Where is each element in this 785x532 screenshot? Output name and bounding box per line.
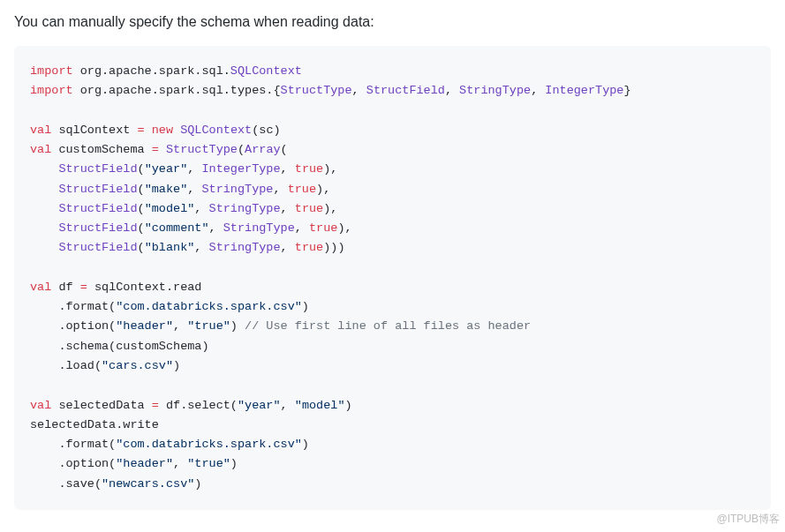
code-text: , — [187, 162, 201, 176]
code-text: ( — [238, 143, 245, 156]
code-text: , — [531, 84, 545, 97]
type-name: Array — [245, 143, 281, 156]
indent — [30, 183, 58, 196]
indent — [30, 438, 58, 451]
type-name: StringType — [209, 241, 281, 254]
code-text: ( — [138, 162, 145, 176]
code-text: ))) — [323, 241, 344, 254]
code-text: .format( — [58, 300, 116, 313]
comment: // Use first line of all files as header — [245, 319, 531, 333]
code-text: ( — [138, 241, 145, 254]
line-19: .save("newcars.csv") — [30, 477, 201, 491]
type-name: StructField — [58, 221, 137, 235]
string-literal: "com.databricks.spark.csv" — [116, 300, 302, 313]
string-literal: "year" — [238, 399, 281, 412]
type-name: SQLContext — [230, 64, 302, 78]
line-3: val sqlContext = new SQLContext(sc) — [30, 124, 281, 137]
indent — [30, 202, 58, 215]
keyword-new: new — [152, 124, 173, 137]
code-text: ( — [138, 183, 145, 196]
code-text: , — [281, 399, 295, 412]
line-17: .format("com.databricks.spark.csv") — [30, 438, 309, 451]
intro-text: You can manually specify the schema when… — [14, 14, 771, 30]
string-literal: "true" — [187, 319, 230, 333]
code-text: .save( — [58, 477, 102, 491]
code-text: .format( — [58, 438, 116, 451]
code-text — [159, 143, 166, 156]
code-text: (sc) — [252, 124, 280, 137]
code-text: ) — [173, 359, 180, 372]
code-text: .schema(customSchema) — [58, 340, 208, 353]
keyword-true: true — [309, 221, 337, 235]
line-2: import org.apache.spark.sql.types.{Struc… — [30, 84, 631, 97]
keyword-val: val — [30, 143, 51, 156]
keyword-val: val — [30, 399, 51, 412]
indent — [30, 221, 58, 235]
line-1: import org.apache.spark.sql.SQLContext — [30, 64, 302, 78]
indent — [30, 300, 58, 313]
code-text: ( — [138, 202, 145, 215]
type-name: StringType — [459, 84, 531, 97]
string-literal: "header" — [116, 457, 173, 470]
code-text: ), — [337, 221, 351, 235]
operator: = — [152, 143, 159, 156]
type-name: StructType — [281, 84, 352, 97]
code-text: ), — [316, 183, 330, 196]
keyword-true: true — [295, 162, 323, 176]
code-text: ) — [230, 319, 245, 333]
code-text: df — [51, 281, 79, 294]
code-text: , — [445, 84, 459, 97]
type-name: StructField — [58, 202, 137, 215]
line-12: .option("header", "true") // Use first l… — [30, 319, 531, 333]
line-5: StructField("year", IntegerType, true), — [30, 162, 337, 176]
line-4: val customSchema = StructType(Array( — [30, 143, 288, 156]
string-literal: "blank" — [145, 241, 195, 254]
line-8: StructField("comment", StringType, true)… — [30, 221, 352, 235]
watermark: @ITPUB博客 — [716, 512, 780, 524]
indent — [30, 457, 58, 470]
code-text: ( — [138, 221, 145, 235]
code-text: } — [623, 84, 630, 97]
indent — [30, 319, 58, 333]
code-text: , — [173, 457, 187, 470]
code-text: ) — [302, 300, 309, 313]
code-text: , — [295, 221, 309, 235]
keyword-val: val — [30, 124, 51, 137]
code-text: .load( — [58, 359, 102, 372]
string-literal: "model" — [295, 399, 345, 412]
code-text: , — [273, 183, 287, 196]
line-6: StructField("make", StringType, true), — [30, 183, 330, 196]
code-text: , — [352, 84, 366, 97]
code-text: , — [281, 202, 295, 215]
type-name: StructField — [366, 84, 445, 97]
string-literal: "model" — [145, 202, 195, 215]
keyword-val: val — [30, 281, 51, 294]
code-text: org.apache.spark.sql. — [73, 64, 230, 78]
type-name: IntegerType — [201, 162, 280, 176]
keyword-true: true — [295, 241, 323, 254]
type-name: StructField — [58, 241, 137, 254]
line-16: selectedData.write — [30, 418, 159, 431]
code-text: , — [209, 221, 223, 235]
string-literal: "header" — [116, 319, 173, 333]
operator: = — [80, 281, 87, 294]
type-name: SQLContext — [180, 124, 252, 137]
type-name: IntegerType — [545, 84, 623, 97]
type-name: StructField — [58, 183, 137, 196]
type-name: StructType — [166, 143, 238, 156]
indent — [30, 241, 58, 254]
code-text: ) — [194, 477, 201, 491]
code-text: , — [194, 202, 208, 215]
line-13: .schema(customSchema) — [30, 340, 209, 353]
line-10: val df = sqlContext.read — [30, 281, 201, 294]
keyword-import: import — [30, 84, 73, 97]
keyword-true: true — [295, 202, 323, 215]
code-text: , — [194, 241, 208, 254]
code-text: sqlContext — [51, 124, 137, 137]
code-text: , — [173, 319, 187, 333]
code-text: ( — [281, 143, 288, 156]
line-14: .load("cars.csv") — [30, 359, 180, 372]
code-text: selectedData.write — [30, 418, 159, 431]
indent — [30, 340, 58, 353]
code-text: ) — [302, 438, 309, 451]
